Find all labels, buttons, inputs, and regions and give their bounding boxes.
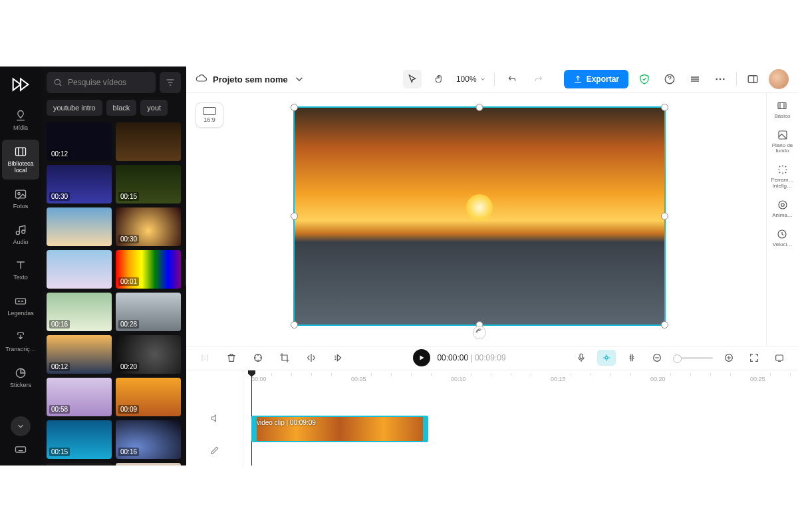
thumbnail-duration: 00:30 [118,235,139,243]
track-mute-button[interactable] [205,409,224,428]
thumbnail-duration: 00:15 [49,448,70,456]
timeline-left-controls [186,370,243,466]
media-thumbnail[interactable]: 00:28 [116,293,181,331]
media-thumbnail[interactable]: 00:09 [116,378,181,416]
media-thumbnail[interactable] [47,250,112,289]
clip-trim-right[interactable] [423,417,427,441]
media-thumbnail[interactable]: 00:12 [47,335,112,374]
svg-point-3 [16,231,19,234]
rail-text-label: Texto [13,275,28,281]
redo-button[interactable] [529,70,548,88]
media-thumbnail[interactable]: 00:30 [47,165,112,203]
fit-button[interactable] [745,348,763,367]
preview-canvas[interactable] [293,106,666,326]
media-thumbnail[interactable]: 00:01 [116,250,181,289]
track-edit-button[interactable] [205,441,224,460]
layers-button[interactable] [686,70,704,88]
ruler-tick: 00:25 [750,376,765,382]
media-thumbnail[interactable] [47,463,112,466]
project-name[interactable]: Projeto sem nome [196,73,305,85]
rail-text[interactable]: Texto [2,253,39,287]
chip[interactable]: black [106,100,137,116]
keyboard-icon[interactable] [14,443,27,459]
rail-transcribe[interactable]: Transcriç… [2,325,39,358]
panel-toggle-button[interactable] [743,70,762,88]
zoom-level[interactable]: 100% [456,74,486,84]
svg-point-11 [720,78,722,80]
chip[interactable]: youtube intro [47,100,102,116]
crop-button[interactable] [275,348,294,367]
speed-button[interactable] [329,348,347,367]
thumbnail-duration: 00:20 [118,362,139,371]
cursor-tool[interactable] [403,70,422,88]
magnet-button[interactable] [622,348,641,367]
inspector-background[interactable]: Plano de fundo [769,129,796,155]
resize-handle[interactable] [291,212,298,219]
resize-handle[interactable] [661,104,668,111]
media-thumbnail[interactable]: 00:15 [116,165,181,203]
inspector-basic[interactable]: Básico [774,100,790,120]
svg-point-2 [18,192,20,194]
delete-button[interactable] [222,348,241,367]
rail-audio[interactable]: Áudio [2,218,39,251]
rail-more-button[interactable] [11,416,31,436]
chip[interactable]: yout [140,100,168,116]
rail-photos-label: Fotos [13,203,29,210]
media-thumbnail[interactable]: 00:15 [47,420,112,459]
search-input[interactable]: Pesquise vídeos [47,72,156,93]
media-thumbnail[interactable]: 00:30 [116,207,181,246]
media-thumbnail[interactable] [47,207,112,246]
app-logo[interactable] [9,73,32,96]
rail-photos[interactable]: Fotos [2,182,39,215]
help-button[interactable] [660,70,679,88]
ai-button[interactable] [597,350,616,366]
aspect-ratio-button[interactable]: 16:9 [196,102,223,128]
thumbnail-duration: 00:16 [118,448,139,456]
export-button[interactable]: Exportar [564,70,628,88]
media-thumbnail[interactable]: 00:20 [116,335,181,374]
rail-stickers[interactable]: Stickers [2,361,39,394]
media-thumbnail[interactable]: 00:12 [47,122,112,161]
media-thumbnail[interactable] [116,122,181,161]
timeline-clip[interactable]: video clip | 00:09:09 [251,416,428,442]
rail-local-library[interactable]: Biblioteca local [2,140,39,180]
mirror-button[interactable] [302,348,321,367]
zoom-out-button[interactable] [648,348,666,367]
resize-handle[interactable] [661,212,668,219]
ruler-tick: 00:15 [551,376,566,382]
resize-handle[interactable] [291,321,298,329]
inspector-animation[interactable]: Anima… [772,199,793,219]
split-button[interactable] [249,348,267,367]
timeline-tracks[interactable]: 00:0000:0500:1000:1500:2000:25 video cli… [243,370,798,466]
inspector-speed[interactable]: Veloci… [773,228,792,248]
play-button[interactable] [413,349,430,366]
more-button[interactable] [711,70,730,88]
media-thumbnail[interactable]: 00:16 [116,420,181,459]
media-thumbnail[interactable]: 00:58 [47,378,112,416]
rail-media[interactable]: Mídia [2,104,39,137]
resize-handle[interactable] [476,104,483,111]
thumbnail-duration: 00:16 [49,320,70,329]
mic-button[interactable] [572,348,591,367]
inspector-smart-tools[interactable]: Ferram… intelig… [769,164,796,190]
undo-button[interactable] [503,70,521,88]
rotate-handle[interactable] [473,326,486,339]
inspector-panel: Básico Plano de fundo Ferram… intelig… A… [766,93,798,346]
rail-captions[interactable]: Legendas [2,289,39,323]
shield-button[interactable] [635,70,654,88]
media-thumbnail[interactable] [116,463,181,466]
resize-handle[interactable] [291,104,298,111]
library-panel: Pesquise vídeos youtube intro black yout… [41,66,186,466]
svg-rect-7 [16,447,26,452]
ruler-tick: 00:10 [451,376,466,382]
hand-tool[interactable] [430,70,448,88]
zoom-in-button[interactable] [720,348,738,367]
user-avatar[interactable] [769,69,789,89]
rail-local-library-label: Biblioteca local [3,161,38,174]
timeline-toolbar: 00:00:00 | 00:09:09 [186,346,798,370]
resize-handle[interactable] [661,321,668,329]
zoom-slider[interactable] [673,357,713,359]
filter-button[interactable] [160,72,181,93]
media-thumbnail[interactable]: 00:16 [47,293,112,331]
fullscreen-button[interactable] [770,348,789,367]
